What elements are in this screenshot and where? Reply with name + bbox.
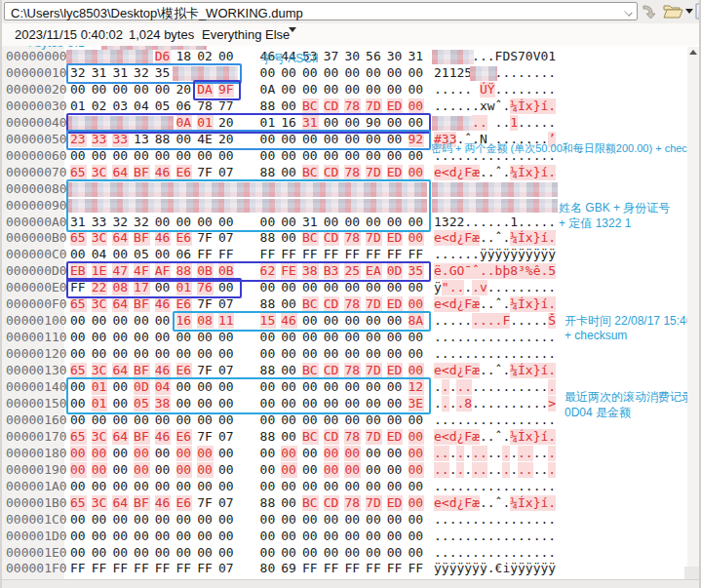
ascii-char[interactable]: . xyxy=(472,446,480,461)
hex-byte[interactable]: FF xyxy=(70,280,87,295)
hex-byte[interactable]: BF xyxy=(134,363,150,378)
ascii-char[interactable]: . xyxy=(533,132,541,147)
ascii-char[interactable]: . xyxy=(510,379,518,395)
ascii-char[interactable]: x xyxy=(526,230,533,246)
ascii-char[interactable]: . xyxy=(472,330,480,345)
hex-byte[interactable]: 31 xyxy=(409,49,425,64)
hex-byte[interactable]: 65 xyxy=(70,495,87,511)
hex-byte[interactable]: 00 xyxy=(260,446,277,461)
ascii-char[interactable]: . xyxy=(533,446,541,461)
ascii-char[interactable]: ¿ xyxy=(456,296,464,312)
ascii-char[interactable]: . xyxy=(540,446,548,461)
hex-byte[interactable]: 00 xyxy=(409,215,425,230)
hex-byte[interactable]: 64 xyxy=(112,165,129,180)
hex-byte[interactable]: 38 xyxy=(155,396,172,412)
hex-byte[interactable]: 00 xyxy=(281,529,297,544)
hex-byte[interactable]: 00 xyxy=(134,529,150,544)
hex-byte[interactable]: 46 xyxy=(155,363,172,378)
hex-byte[interactable]: CD xyxy=(324,98,340,114)
hex-byte[interactable]: 00 xyxy=(218,479,235,494)
hex-byte[interactable]: ED xyxy=(387,230,404,246)
ascii-char[interactable]: x xyxy=(526,296,533,312)
ascii-char[interactable]: . xyxy=(510,446,518,461)
hex-byte[interactable]: FF xyxy=(324,561,340,576)
hex-byte[interactable]: FF xyxy=(387,247,404,262)
file-path-input[interactable]: C:\Users\lyc8503\Desktop\模拟卡_WORKING.dum… xyxy=(4,2,638,20)
hex-byte[interactable]: 7F xyxy=(197,296,214,312)
ascii-char[interactable]: ¼ xyxy=(510,429,518,445)
ascii-char[interactable]: ÿ xyxy=(502,247,510,262)
ascii-char[interactable]: 1 xyxy=(434,215,442,230)
ascii-char[interactable]: . xyxy=(502,529,510,544)
hex-byte[interactable]: 00 xyxy=(324,529,340,544)
ascii-char[interactable]: . xyxy=(442,545,449,561)
hex-byte[interactable]: 00 xyxy=(387,346,404,362)
ascii-char[interactable]: ¿ xyxy=(456,165,464,180)
ascii-char[interactable]: e xyxy=(434,429,442,445)
ascii-char[interactable]: æ xyxy=(472,230,480,246)
hex-byte[interactable]: 00 xyxy=(281,82,297,98)
ascii-char[interactable]: ÿ xyxy=(533,561,541,576)
ascii-char[interactable]: . xyxy=(480,545,487,561)
hex-byte[interactable]: 00 xyxy=(260,512,277,528)
ascii-char[interactable]: æ xyxy=(472,495,480,511)
ascii-char[interactable]: . xyxy=(495,215,503,230)
ascii-char[interactable]: 2 xyxy=(456,215,464,230)
hex-byte[interactable]: 7F xyxy=(197,495,214,511)
hex-byte[interactable]: 47 xyxy=(112,263,129,279)
ascii-char[interactable]: . xyxy=(434,330,442,345)
hex-byte[interactable]: 00 xyxy=(176,462,193,478)
ascii-char[interactable]: . xyxy=(495,512,503,528)
hex-byte[interactable]: 31 xyxy=(112,65,129,81)
hex-byte[interactable]: 00 xyxy=(155,479,172,494)
ascii-char[interactable]: € xyxy=(495,561,503,576)
ascii-char[interactable]: F xyxy=(464,429,472,445)
ascii-char[interactable]: ¼ xyxy=(510,296,518,312)
hex-byte[interactable]: 00 xyxy=(409,462,425,478)
ascii-char[interactable]: . xyxy=(518,529,526,544)
ascii-char[interactable]: F xyxy=(502,313,510,329)
hex-byte[interactable]: FF xyxy=(176,561,193,576)
hex-byte[interactable]: 00 xyxy=(366,396,382,412)
hex-byte[interactable]: 88 xyxy=(260,165,277,180)
hex-byte[interactable]: 00 xyxy=(155,215,172,230)
hex-byte[interactable]: 00 xyxy=(155,148,172,164)
ascii-char[interactable]: . xyxy=(464,98,472,114)
ascii-char[interactable]: æ xyxy=(472,429,480,445)
ascii-char[interactable]: ³ xyxy=(518,263,526,279)
hex-byte[interactable]: 00 xyxy=(344,82,361,98)
ascii-char[interactable]: ÿ xyxy=(464,561,472,576)
hex-byte[interactable]: 00 xyxy=(281,165,297,180)
hex-byte[interactable]: 00 xyxy=(112,313,129,329)
ascii-char[interactable]: . xyxy=(464,545,472,561)
hex-byte[interactable]: 00 xyxy=(176,215,193,230)
hex-byte[interactable]: 04 xyxy=(92,247,108,262)
ascii-char[interactable]: ˆ xyxy=(495,495,503,511)
hex-byte[interactable]: 00 xyxy=(218,512,235,528)
ascii-char[interactable]: < xyxy=(442,429,449,445)
hex-byte[interactable]: 08 xyxy=(112,280,129,295)
ascii-char[interactable]: F xyxy=(495,49,503,64)
ascii-char[interactable]: . xyxy=(449,313,457,329)
hex-byte[interactable]: 0B xyxy=(218,263,235,279)
ascii-char[interactable]: . xyxy=(540,115,548,131)
ascii-char[interactable]: . xyxy=(449,512,457,528)
ascii-char[interactable]: Ÿ xyxy=(487,82,495,98)
ascii-char[interactable]: i xyxy=(502,561,510,576)
ascii-char[interactable]: . xyxy=(510,346,518,362)
filter-caret-down-icon[interactable] xyxy=(289,27,296,32)
hex-byte[interactable]: 00 xyxy=(134,346,150,362)
ascii-char[interactable]: . xyxy=(526,132,533,147)
ascii-char[interactable]: . xyxy=(487,462,495,478)
ascii-char[interactable]: ÿ xyxy=(510,247,518,262)
hex-byte[interactable]: 16 xyxy=(176,313,193,329)
ascii-char[interactable]: ÿ xyxy=(548,247,556,262)
ascii-char[interactable]: w xyxy=(487,98,495,114)
hex-byte[interactable]: 01 xyxy=(92,396,108,412)
hex-byte[interactable]: 56 xyxy=(366,49,382,64)
ascii-char[interactable]: . xyxy=(518,330,526,345)
ascii-char[interactable]: . xyxy=(502,280,510,295)
hex-byte[interactable]: 0B xyxy=(197,263,214,279)
ascii-char[interactable]: . xyxy=(472,396,480,412)
hex-byte[interactable]: BC xyxy=(302,429,319,445)
